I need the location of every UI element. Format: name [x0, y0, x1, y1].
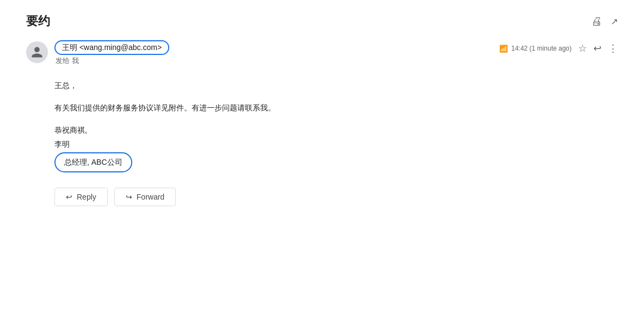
email-subject: 要约: [26, 13, 50, 29]
avatar: [26, 41, 48, 63]
email-body: 王总， 有关我们提供的财务服务协议详见附件。有进一步问题请联系我。 恭祝商祺, …: [26, 79, 618, 172]
open-in-new-icon[interactable]: ↗: [611, 16, 618, 27]
subject-row: 要约 🖨 ↗: [26, 13, 618, 29]
print-icon[interactable]: 🖨: [591, 15, 602, 28]
person-icon: [30, 46, 44, 59]
email-meta: 📶 14:42 (1 minute ago) ☆ ↩ ⋮: [499, 42, 618, 54]
sender-section: 王明 <wang.ming@abc.com> 发给 我: [26, 40, 169, 66]
email-header: 王明 <wang.ming@abc.com> 发给 我 📶 14:42 (1 m…: [26, 40, 618, 66]
sender-to: 发给 我: [54, 56, 169, 66]
sender-name: 王明 <wang.ming@abc.com>: [62, 43, 162, 52]
sign-line2: 李明: [54, 138, 618, 151]
reply-icon[interactable]: ↩: [593, 42, 602, 54]
sign-line1: 恭祝商祺,: [54, 123, 618, 137]
forward-arrow-icon: ↪: [126, 193, 132, 201]
greeting: 王总，: [54, 79, 618, 92]
reply-arrow-icon: ↩: [66, 193, 72, 201]
action-buttons: ↩ Reply ↪ Forward: [26, 188, 618, 206]
wifi-icon: 📶: [499, 45, 508, 53]
signature: 恭祝商祺, 李明 总经理, ABC公司: [54, 123, 618, 172]
sender-info: 王明 <wang.ming@abc.com> 发给 我: [54, 40, 169, 66]
reply-button[interactable]: ↩ Reply: [54, 188, 108, 206]
body-line1: 有关我们提供的财务服务协议详见附件。有进一步问题请联系我。: [54, 101, 618, 115]
forward-button[interactable]: ↪ Forward: [114, 188, 176, 206]
sender-name-oval: 王明 <wang.ming@abc.com>: [54, 40, 169, 55]
sign-line3: 总经理, ABC公司: [64, 156, 122, 169]
sender-name-row: 王明 <wang.ming@abc.com>: [54, 40, 169, 55]
sign-line3-oval: 总经理, ABC公司: [54, 152, 132, 172]
star-icon[interactable]: ☆: [578, 42, 587, 54]
forward-label: Forward: [137, 193, 164, 201]
reply-label: Reply: [77, 193, 96, 201]
subject-icons: 🖨 ↗: [591, 15, 618, 28]
email-time: 📶 14:42 (1 minute ago): [499, 45, 572, 53]
more-options-icon[interactable]: ⋮: [608, 42, 618, 54]
email-container: 要约 🖨 ↗ 王明 <wang.ming@abc.com> 发给 我: [0, 0, 644, 316]
